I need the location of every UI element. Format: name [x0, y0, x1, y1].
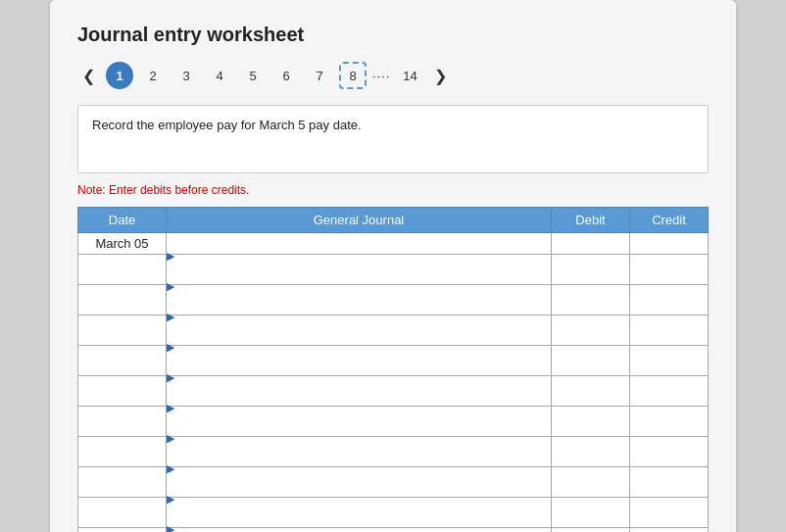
- debit-cell-8[interactable]: [552, 467, 630, 498]
- page-btn-5[interactable]: 5: [239, 62, 267, 89]
- debit-cell-5[interactable]: [552, 376, 630, 407]
- credit-cell-10[interactable]: [630, 528, 709, 533]
- page-btn-2[interactable]: 2: [139, 62, 167, 89]
- debit-input-7[interactable]: [552, 437, 629, 466]
- credit-input-9[interactable]: [630, 498, 708, 527]
- debit-input-8[interactable]: [552, 467, 629, 497]
- debit-input-0[interactable]: [552, 233, 629, 254]
- journal-cell-3[interactable]: ▶: [167, 315, 552, 346]
- row-arrow-icon: ▶: [167, 280, 174, 292]
- date-cell-6: [78, 407, 167, 437]
- journal-cell-2[interactable]: ▶: [167, 285, 552, 315]
- journal-cell-6[interactable]: ▶: [167, 407, 552, 437]
- journal-cell-10[interactable]: ▶: [167, 528, 552, 533]
- debit-input-4[interactable]: [552, 346, 629, 375]
- indent-arrow-icon: ▶: [167, 311, 174, 322]
- debit-input-2[interactable]: [552, 285, 629, 314]
- journal-cell-1[interactable]: ▶: [167, 255, 552, 285]
- journal-table: Date General Journal Debit Credit March …: [77, 207, 709, 532]
- row-arrow-icon: ▶: [167, 523, 174, 533]
- col-date: Date: [78, 208, 167, 233]
- date-cell-4: [78, 346, 167, 376]
- credit-input-5[interactable]: [630, 376, 708, 406]
- page-btn-6[interactable]: 6: [272, 62, 300, 89]
- debit-input-6[interactable]: [552, 407, 629, 436]
- col-journal: General Journal: [167, 208, 552, 233]
- journal-cell-8[interactable]: ▶: [167, 467, 552, 498]
- table-row: ▶: [78, 528, 709, 533]
- journal-cell-9[interactable]: ▶: [167, 498, 552, 528]
- debit-cell-4[interactable]: [552, 346, 630, 376]
- journal-cell-5[interactable]: ▶: [167, 376, 552, 407]
- journal-input-0[interactable]: [167, 233, 551, 254]
- journal-cell-0[interactable]: [167, 233, 552, 255]
- debit-cell-9[interactable]: [552, 498, 630, 528]
- debit-cell-2[interactable]: [552, 285, 630, 315]
- row-arrow-icon: ▶: [167, 341, 174, 353]
- date-cell-1: [78, 255, 167, 285]
- next-arrow[interactable]: ❯: [429, 65, 452, 87]
- debit-cell-0[interactable]: [552, 233, 630, 255]
- credit-input-4[interactable]: [630, 346, 708, 375]
- row-arrow-icon: ▶: [167, 462, 174, 474]
- credit-input-3[interactable]: [630, 315, 708, 345]
- credit-cell-7[interactable]: [630, 437, 709, 467]
- prev-arrow[interactable]: ❮: [77, 65, 100, 87]
- credit-cell-2[interactable]: [630, 285, 709, 315]
- note-text: Note: Enter debits before credits.: [77, 183, 709, 197]
- indent-arrow-icon: ▶: [167, 371, 174, 383]
- description-box: Record the employee pay for March 5 pay …: [77, 105, 709, 173]
- journal-entry-card: Journal entry worksheet ❮ 12345678····14…: [50, 0, 736, 532]
- credit-cell-3[interactable]: [630, 315, 709, 346]
- credit-input-0[interactable]: [630, 233, 708, 254]
- credit-cell-9[interactable]: [630, 498, 709, 528]
- debit-input-5[interactable]: [552, 376, 629, 406]
- credit-input-6[interactable]: [630, 407, 708, 436]
- debit-input-10[interactable]: [552, 528, 629, 532]
- debit-input-3[interactable]: [552, 315, 629, 345]
- credit-input-10[interactable]: [630, 528, 708, 532]
- date-cell-5: [78, 376, 167, 407]
- debit-cell-10[interactable]: [552, 528, 630, 533]
- debit-cell-1[interactable]: [552, 255, 630, 285]
- date-cell-3: [78, 315, 167, 346]
- credit-cell-6[interactable]: [630, 407, 709, 437]
- credit-input-7[interactable]: [630, 437, 708, 466]
- credit-input-1[interactable]: [630, 255, 708, 284]
- journal-cell-4[interactable]: ▶: [167, 346, 552, 376]
- credit-cell-1[interactable]: [630, 255, 709, 285]
- date-cell-10: [78, 528, 167, 533]
- credit-cell-8[interactable]: [630, 467, 709, 498]
- page-btn-4[interactable]: 4: [206, 62, 233, 89]
- page-btn-14[interactable]: 14: [396, 62, 423, 89]
- credit-cell-4[interactable]: [630, 346, 709, 376]
- debit-input-1[interactable]: [552, 255, 629, 284]
- page-btn-1[interactable]: 1: [106, 62, 133, 89]
- page-btn-8[interactable]: 8: [339, 62, 367, 89]
- date-cell-8: [78, 467, 167, 498]
- date-cell-9: [78, 498, 167, 528]
- credit-input-8[interactable]: [630, 467, 708, 497]
- debit-cell-3[interactable]: [552, 315, 630, 346]
- credit-cell-5[interactable]: [630, 376, 709, 407]
- page-btn-7[interactable]: 7: [306, 62, 333, 89]
- col-debit: Debit: [552, 208, 630, 233]
- page-dots: ····: [372, 69, 390, 83]
- date-cell-7: [78, 437, 167, 467]
- pagination: ❮ 12345678····14 ❯: [77, 62, 709, 89]
- journal-cell-7[interactable]: ▶: [167, 437, 552, 467]
- page-title: Journal entry worksheet: [77, 24, 709, 46]
- credit-cell-0[interactable]: [630, 233, 709, 255]
- indent-arrow-icon: ▶: [167, 250, 174, 262]
- page-btn-3[interactable]: 3: [172, 62, 200, 89]
- debit-input-9[interactable]: [552, 498, 629, 527]
- row-arrow-icon: ▶: [167, 402, 174, 413]
- debit-cell-7[interactable]: [552, 437, 630, 467]
- debit-cell-6[interactable]: [552, 407, 630, 437]
- date-cell-0: March 05: [78, 233, 167, 255]
- col-credit: Credit: [630, 208, 709, 233]
- indent-arrow-icon: ▶: [167, 493, 174, 505]
- credit-input-2[interactable]: [630, 285, 708, 314]
- indent-arrow-icon: ▶: [167, 432, 174, 444]
- date-cell-2: [78, 285, 167, 315]
